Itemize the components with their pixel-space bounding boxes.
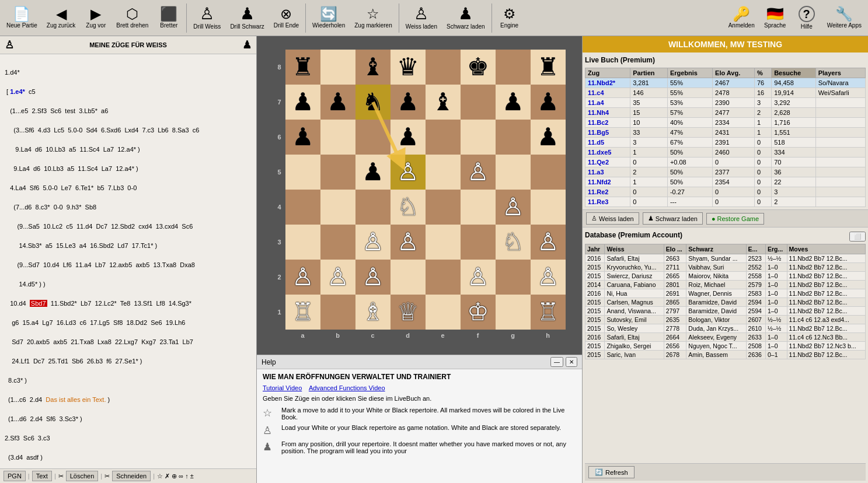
square-a6[interactable]: ♟: [285, 120, 320, 155]
square-d1[interactable]: ♕: [391, 295, 426, 330]
live-book-row[interactable]: 11.Re3 0 --- 0 0 2: [585, 197, 866, 207]
square-b5[interactable]: [320, 155, 355, 190]
refresh-button[interactable]: 🔄 Refresh: [588, 466, 635, 478]
square-c1[interactable]: ♗: [355, 295, 391, 330]
square-b2[interactable]: ♙: [320, 260, 355, 295]
square-g2[interactable]: [496, 260, 531, 295]
lb-move[interactable]: 11.dxe5: [585, 148, 630, 158]
drill-black-button[interactable]: ♟ Drill Schwarz: [226, 4, 268, 32]
database-row[interactable]: 2016 Safarli, Eltaj 2663 Shyam, Sundar .…: [585, 254, 866, 263]
lb-move[interactable]: 11.a4: [585, 98, 630, 108]
square-g4[interactable]: ♙: [496, 190, 531, 225]
lb-col-players[interactable]: Players: [815, 68, 865, 78]
square-b1[interactable]: [320, 295, 355, 330]
square-b3[interactable]: [320, 225, 355, 260]
db-col-elo-w[interactable]: Elo ...: [664, 244, 686, 254]
square-c3[interactable]: ♙: [355, 225, 391, 260]
lb-col-partien[interactable]: Partien: [630, 68, 668, 78]
database-row[interactable]: 2016 Safarli, Eltaj 2664 Alekseev, Evgen…: [585, 333, 866, 342]
redo-button[interactable]: ▶ Zug vor: [81, 5, 111, 30]
square-a7[interactable]: ♟: [285, 85, 320, 120]
database-row[interactable]: 2015 Carlsen, Magnus 2865 Baramidze, Dav…: [585, 298, 866, 307]
lb-col-elo[interactable]: Elo Avg.: [713, 68, 755, 78]
live-book-row[interactable]: 11.dxe5 1 50% 2460 0 334: [585, 148, 866, 158]
square-c4[interactable]: [355, 190, 391, 225]
live-book-row[interactable]: 11.Nh4 15 57% 2477 2 2,628: [585, 108, 866, 118]
square-d7[interactable]: ♟: [391, 85, 426, 120]
square-c8[interactable]: ♝: [355, 50, 391, 85]
square-e6[interactable]: [426, 120, 461, 155]
square-f6[interactable]: [461, 120, 496, 155]
more-apps-button[interactable]: 🔧 Weitere Apps: [823, 5, 866, 30]
square-f2[interactable]: ♙: [461, 260, 496, 295]
square-f7[interactable]: [461, 85, 496, 120]
square-d8[interactable]: ♛: [391, 50, 426, 85]
square-g3[interactable]: ♘: [496, 225, 531, 260]
square-e1[interactable]: [426, 295, 461, 330]
square-g8[interactable]: [496, 50, 531, 85]
lb-col-pct[interactable]: %: [754, 68, 771, 78]
lb-move[interactable]: 11.Qe2: [585, 158, 630, 167]
square-e5[interactable]: [426, 155, 461, 190]
database-row[interactable]: 2014 Caruana, Fabiano 2801 Roiz, Michael…: [585, 281, 866, 289]
mark-move-button[interactable]: ☆ Zug markieren: [350, 5, 396, 30]
square-a4[interactable]: [285, 190, 320, 225]
load-black-toolbar-button[interactable]: ♟ Schwarz laden: [442, 4, 489, 32]
database-scroll[interactable]: Jahr Weiss Elo ... Schwarz E... Erg... M…: [585, 244, 866, 463]
lb-move[interactable]: 11.Bc2: [585, 118, 630, 128]
help-minimize-button[interactable]: —: [550, 357, 563, 367]
advanced-video-link[interactable]: Advanced Functions Video: [309, 384, 385, 391]
help-button[interactable]: ? Hilfe: [792, 4, 822, 32]
square-a8[interactable]: ♜: [285, 50, 320, 85]
square-a5[interactable]: [285, 155, 320, 190]
square-h1[interactable]: ♖: [531, 295, 566, 330]
undo-button[interactable]: ◀ Zug zurück: [43, 5, 79, 30]
load-black-action-button[interactable]: ♟ Schwarz laden: [643, 212, 703, 225]
boards-button[interactable]: ⬛ Bretter: [154, 5, 184, 30]
lb-move[interactable]: 11.d5: [585, 138, 630, 148]
delete-button[interactable]: Löschen: [66, 471, 99, 481]
square-c7[interactable]: ♞: [355, 85, 391, 120]
flip-board-button[interactable]: ⬡ Brett drehen: [112, 5, 152, 30]
square-g6[interactable]: [496, 120, 531, 155]
square-c2[interactable]: ♙: [355, 260, 391, 295]
drill-end-button[interactable]: ⊗ Drill Ende: [270, 5, 303, 30]
login-button[interactable]: 🔑 Anmelden: [724, 5, 759, 30]
cut-button[interactable]: Schneiden: [112, 471, 151, 481]
lb-col-ergebnis[interactable]: Ergebnis: [667, 68, 712, 78]
square-h4[interactable]: [531, 190, 566, 225]
live-book-row[interactable]: 11.c4 146 55% 2478 16 19,914 Wei/Safarli: [585, 88, 866, 98]
square-d4[interactable]: ♘: [391, 190, 426, 225]
lb-move[interactable]: 11.Nbd2*: [585, 78, 630, 88]
database-row[interactable]: 2015 Zhigalko, Sergei 2656 Nguyen, Ngoc …: [585, 342, 866, 351]
pgn-button[interactable]: PGN: [4, 471, 26, 481]
square-c6[interactable]: [355, 120, 391, 155]
database-maximize-button[interactable]: ⬜: [849, 232, 866, 242]
square-b6[interactable]: [320, 120, 355, 155]
help-close-button[interactable]: ✕: [566, 357, 577, 367]
square-e8[interactable]: [426, 50, 461, 85]
square-f4[interactable]: [461, 190, 496, 225]
lb-col-besuche[interactable]: Besuche: [772, 68, 816, 78]
square-h8[interactable]: ♜: [531, 50, 566, 85]
square-e7[interactable]: ♝: [426, 85, 461, 120]
language-button[interactable]: 🇩🇪 Sprache: [760, 5, 790, 30]
live-book-row[interactable]: 11.Re2 0 -0.27 0 0 3: [585, 187, 866, 197]
lb-col-zug[interactable]: Zug: [585, 68, 630, 78]
text-button[interactable]: Text: [32, 471, 52, 481]
square-h3[interactable]: ♙: [531, 225, 566, 260]
square-c5[interactable]: ♟: [355, 155, 391, 190]
square-f8[interactable]: ♚: [461, 50, 496, 85]
square-h5[interactable]: [531, 155, 566, 190]
tutorial-video-link[interactable]: Tutorial Video: [263, 384, 302, 391]
db-col-moves[interactable]: Moves: [787, 244, 865, 254]
load-white-toolbar-button[interactable]: ♙ Weiss laden: [402, 4, 441, 32]
live-book-row[interactable]: 11.a4 35 53% 2390 3 3,292: [585, 98, 866, 108]
square-b7[interactable]: ♟: [320, 85, 355, 120]
square-e4[interactable]: [426, 190, 461, 225]
database-row[interactable]: 2015 So, Wesley 2778 Duda, Jan Krzys... …: [585, 324, 866, 333]
chess-board[interactable]: 8♜♝♛♚♜7♟♟♞♟♝♟♟6♟♟♟5♟♙♙4♘♙3♙♙♘♙2♙♙♙♙♙1♖♗♕…: [274, 50, 566, 341]
lb-move[interactable]: 11.Bg5: [585, 128, 630, 138]
db-col-jahr[interactable]: Jahr: [585, 244, 605, 254]
live-book-row[interactable]: 11.Qe2 0 +0.08 0 0 70: [585, 158, 866, 167]
